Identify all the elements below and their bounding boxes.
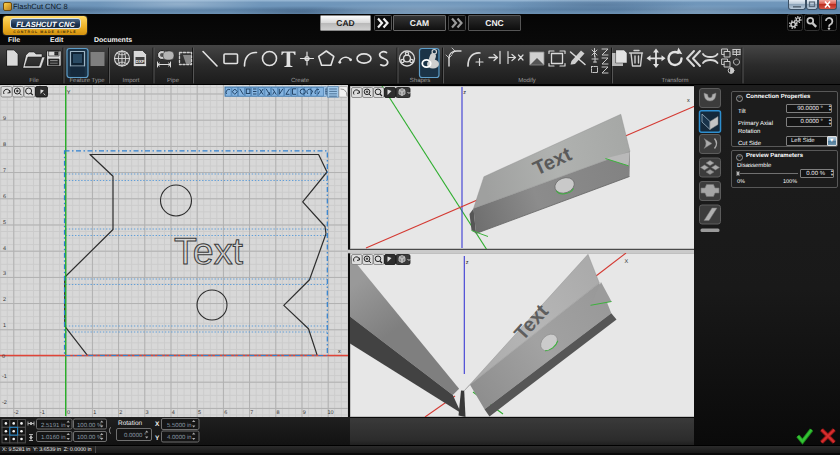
svg-text:8: 8 <box>3 142 6 148</box>
svg-text:Text: Text <box>174 230 243 272</box>
svg-text:Y: Y <box>155 435 160 442</box>
svg-text:7: 7 <box>3 168 6 174</box>
svg-text:1: 1 <box>3 323 6 329</box>
svg-text:10: 10 <box>327 410 333 416</box>
svg-text:3: 3 <box>146 410 149 416</box>
svg-text:File: File <box>29 77 39 84</box>
svg-text:0: 0 <box>67 410 70 416</box>
svg-text:2: 2 <box>119 410 122 416</box>
svg-text:5.5000 in: 5.5000 in <box>167 422 192 429</box>
svg-text:-1: -1 <box>2 374 7 380</box>
svg-text:3: 3 <box>3 271 6 277</box>
svg-text:-1: -1 <box>40 410 45 416</box>
svg-text:X: X <box>625 259 629 265</box>
svg-text:Rotation: Rotation <box>118 420 143 427</box>
svg-text:6: 6 <box>3 194 6 200</box>
svg-text:6: 6 <box>224 410 227 416</box>
svg-text:9: 9 <box>3 116 6 122</box>
svg-text:Y: Y <box>67 90 71 96</box>
svg-text:4: 4 <box>3 246 6 252</box>
svg-text:100.00 %: 100.00 % <box>77 434 103 441</box>
svg-text:z: z <box>466 260 469 266</box>
svg-text:Transform: Transform <box>661 77 688 84</box>
svg-text:Create: Create <box>291 77 310 84</box>
svg-text:2.5191 in: 2.5191 in <box>41 422 66 429</box>
svg-text:Modify: Modify <box>518 77 536 84</box>
svg-text:9: 9 <box>303 410 306 416</box>
svg-text:7: 7 <box>250 410 253 416</box>
svg-text:0.0000 °: 0.0000 ° <box>124 432 147 439</box>
svg-text:4.0000 in: 4.0000 in <box>167 434 192 441</box>
svg-text:x: x <box>338 349 341 355</box>
svg-text:-2: -2 <box>2 400 7 406</box>
svg-text:100.00 %: 100.00 % <box>77 422 103 429</box>
svg-text:5: 5 <box>198 410 201 416</box>
svg-text:Pipe: Pipe <box>167 77 180 84</box>
svg-text:1.0160 in: 1.0160 in <box>41 434 66 441</box>
svg-text:DXF: DXF <box>136 59 145 64</box>
svg-text:2: 2 <box>3 297 6 303</box>
svg-text:x: x <box>687 98 690 104</box>
svg-text:5: 5 <box>3 220 6 226</box>
svg-text:Import: Import <box>122 77 139 84</box>
svg-text:8: 8 <box>277 410 280 416</box>
svg-text:1: 1 <box>93 410 96 416</box>
svg-text:z: z <box>463 90 466 96</box>
svg-text:-2: -2 <box>14 410 19 416</box>
svg-text:X: X <box>155 421 160 428</box>
svg-text:4: 4 <box>172 410 175 416</box>
svg-text:0: 0 <box>2 354 5 360</box>
